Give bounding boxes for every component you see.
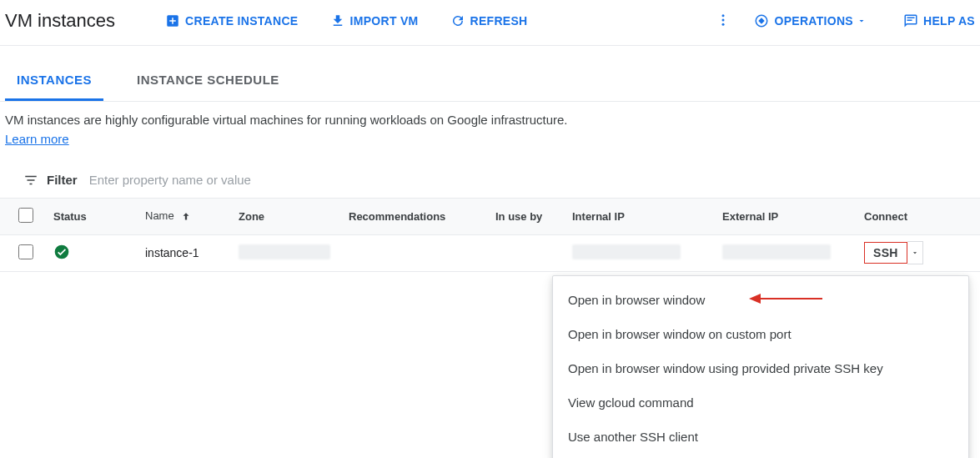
description-text: VM instances are highly configurable vir… bbox=[5, 113, 568, 127]
operations-button[interactable]: OPERATIONS bbox=[754, 13, 872, 28]
svg-point-1 bbox=[722, 18, 725, 21]
instance-external-ip bbox=[717, 244, 859, 262]
col-name-label: Name bbox=[145, 209, 174, 222]
svg-point-0 bbox=[722, 14, 725, 17]
svg-point-3 bbox=[55, 244, 69, 259]
filter-icon bbox=[23, 173, 38, 188]
redacted-value bbox=[722, 244, 831, 259]
operations-icon bbox=[754, 13, 769, 28]
help-label: HELP AS bbox=[923, 14, 975, 28]
redacted-value bbox=[572, 244, 681, 259]
col-external-ip[interactable]: External IP bbox=[717, 210, 859, 223]
create-instance-button[interactable]: CREATE INSTANCE bbox=[165, 13, 298, 28]
import-vm-label: IMPORT VM bbox=[350, 14, 419, 28]
status-running-icon bbox=[48, 244, 140, 263]
instance-internal-ip bbox=[567, 244, 717, 262]
caret-down-icon bbox=[857, 16, 867, 26]
help-assistant-button[interactable]: HELP AS bbox=[903, 13, 975, 28]
import-icon bbox=[330, 13, 345, 28]
instances-table: Status Name Zone Recommendations In use … bbox=[0, 198, 980, 272]
page-title: VM instances bbox=[5, 10, 115, 32]
col-status[interactable]: Status bbox=[48, 210, 140, 223]
select-all-checkbox[interactable] bbox=[18, 208, 33, 223]
plus-box-icon bbox=[165, 13, 180, 28]
toolbar: VM instances CREATE INSTANCE IMPORT VM R… bbox=[0, 0, 980, 46]
page-description: VM instances are highly configurable vir… bbox=[0, 102, 584, 166]
table-row: instance-1 SSH bbox=[0, 235, 980, 272]
filter-bar: Filter Enter property name or value bbox=[0, 166, 980, 198]
filter-label: Filter bbox=[47, 173, 78, 187]
filter-input[interactable]: Enter property name or value bbox=[89, 173, 975, 187]
refresh-icon bbox=[450, 13, 465, 28]
ssh-button[interactable]: SSH bbox=[864, 242, 907, 264]
col-in-use-by[interactable]: In use by bbox=[490, 210, 567, 223]
col-recommendations[interactable]: Recommendations bbox=[344, 210, 490, 223]
refresh-button[interactable]: REFRESH bbox=[450, 13, 528, 28]
more-vert-icon bbox=[716, 13, 731, 28]
tabs: INSTANCES INSTANCE SCHEDULE bbox=[0, 58, 980, 102]
more-actions-button[interactable] bbox=[716, 13, 731, 30]
operations-label: OPERATIONS bbox=[774, 14, 853, 28]
sort-asc-icon bbox=[180, 211, 192, 223]
chat-icon bbox=[903, 13, 918, 28]
row-checkbox[interactable] bbox=[18, 244, 33, 259]
learn-more-link[interactable]: Learn more bbox=[5, 132, 69, 146]
refresh-label: REFRESH bbox=[470, 14, 528, 28]
col-name[interactable]: Name bbox=[140, 209, 234, 223]
tab-instances[interactable]: INSTANCES bbox=[5, 58, 103, 101]
table-header: Status Name Zone Recommendations In use … bbox=[0, 199, 980, 235]
redacted-value bbox=[239, 244, 330, 259]
col-internal-ip[interactable]: Internal IP bbox=[567, 210, 717, 223]
instance-zone bbox=[234, 244, 344, 262]
instance-name[interactable]: instance-1 bbox=[140, 246, 234, 259]
instance-connect: SSH bbox=[859, 241, 980, 264]
ssh-dropdown-button[interactable] bbox=[907, 241, 923, 264]
col-connect[interactable]: Connect bbox=[859, 210, 980, 223]
create-instance-label: CREATE INSTANCE bbox=[185, 14, 298, 28]
caret-down-icon bbox=[911, 249, 919, 257]
import-vm-button[interactable]: IMPORT VM bbox=[330, 13, 419, 28]
svg-point-2 bbox=[722, 23, 725, 25]
tab-instance-schedule[interactable]: INSTANCE SCHEDULE bbox=[125, 58, 291, 101]
col-zone[interactable]: Zone bbox=[234, 210, 344, 223]
